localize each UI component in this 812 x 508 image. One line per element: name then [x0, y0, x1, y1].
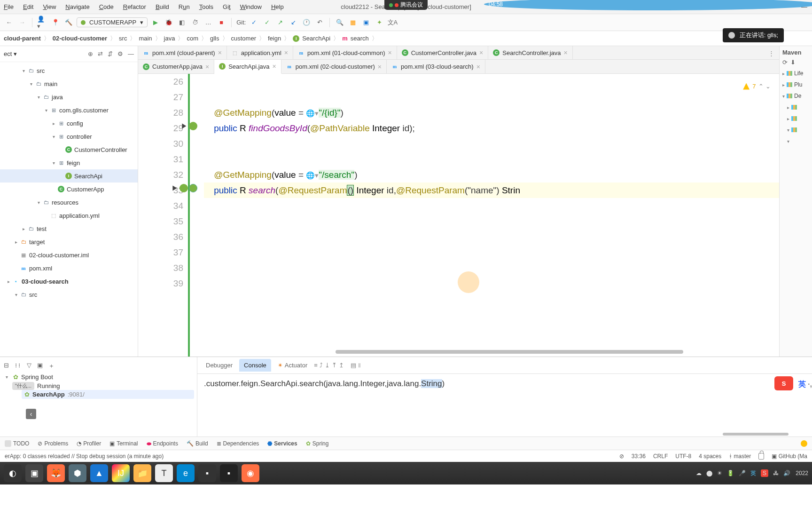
editor-tab[interactable]: mpom.xml (01-cloud-common)× — [293, 46, 397, 59]
bc-item[interactable]: glls — [210, 35, 219, 42]
build-tab[interactable]: 🔨Build — [187, 440, 208, 447]
console-export-icon[interactable]: ↥ — [339, 362, 344, 369]
console-soft-icon[interactable]: ⫴ — [358, 362, 361, 369]
services-tab[interactable]: ⬣Services — [267, 440, 297, 447]
menu-build[interactable]: Build — [156, 3, 169, 10]
line-ending[interactable]: CRLF — [653, 453, 668, 460]
profile-button[interactable]: ⏱ — [190, 17, 200, 28]
terminal-tab[interactable]: ▣Terminal — [109, 440, 138, 447]
hammer-icon[interactable]: 🔨 — [63, 17, 74, 28]
bean-gutter-icon[interactable] — [189, 184, 197, 192]
run-config-selector[interactable]: CUSTOMERAPP ▾ — [77, 17, 148, 27]
no-sync-icon[interactable]: ⊘ — [619, 453, 624, 460]
grid-icon[interactable]: ▦ — [348, 17, 358, 28]
terminal-icon[interactable]: ▪ — [198, 464, 216, 482]
close-icon[interactable]: × — [479, 49, 483, 56]
git-branch[interactable]: ᚼ master — [729, 453, 751, 460]
tray-icons[interactable]: ☁⬤☀🔋🎤英S🖧🔊 — [696, 469, 790, 477]
run-button[interactable]: ▶ — [150, 17, 161, 28]
editor-tab[interactable]: mpom.xml (03-cloud-search)× — [387, 60, 485, 73]
stop-button[interactable]: ■ — [216, 17, 226, 28]
postman-icon[interactable]: ◉ — [242, 464, 259, 482]
endpoints-tab[interactable]: ⬬Endpoints — [147, 440, 178, 447]
search-icon[interactable]: 🔍 — [335, 17, 345, 28]
editor-tab[interactable]: ISearchApi.java× — [214, 60, 281, 74]
tree-item[interactable]: ▾⊞controller — [0, 130, 138, 143]
editor-tab[interactable]: CCustomerApp.java× — [138, 60, 214, 73]
console-tool-icon[interactable]: ≡ — [314, 362, 318, 369]
menu-view[interactable]: View — [43, 3, 56, 10]
profiler-tab[interactable]: ◔Profiler — [77, 440, 101, 447]
tree-item[interactable]: ▾🗀main — [0, 77, 138, 90]
spring-gutter-icon[interactable] — [189, 122, 197, 130]
bc-item[interactable]: com — [187, 35, 198, 42]
pin-icon[interactable]: 📍 — [50, 17, 61, 28]
bc-item[interactable]: 02-cloud-customer — [53, 35, 107, 42]
editor-tab[interactable]: CSearchController.java× — [488, 46, 572, 59]
forward-button[interactable]: → — [17, 17, 27, 28]
console-upload-icon[interactable]: ⤒ — [332, 362, 337, 369]
close-icon[interactable]: × — [218, 49, 222, 56]
bc-item[interactable]: SearchApi — [302, 35, 330, 42]
tree-item[interactable]: ▾⊞com.glls.customer — [0, 103, 138, 117]
bc-item[interactable]: search — [351, 35, 369, 42]
locate-icon[interactable]: ⊕ — [88, 50, 93, 57]
inspection-hint[interactable]: 7 ⌃ ⌄ — [743, 79, 771, 94]
maven-refresh-icon[interactable]: ⟳ — [782, 59, 788, 66]
debugger-tab[interactable]: Debugger — [201, 359, 237, 372]
indent-label[interactable]: 4 spaces — [699, 453, 721, 460]
menu-code[interactable]: Code — [99, 3, 114, 10]
actuator-tab[interactable]: ✴Actuator — [273, 359, 312, 372]
bc-item[interactable]: customer — [231, 35, 256, 42]
tree-item[interactable]: mpom.xml — [0, 262, 138, 275]
json-icon[interactable]: ▣ — [361, 17, 371, 28]
debug-button[interactable]: 🐞 — [164, 17, 174, 28]
code-editor[interactable]: 2627282930313233343536373839 @GetMapping… — [138, 74, 779, 357]
attach-button[interactable]: … — [203, 17, 213, 28]
menu-edit[interactable]: Edit — [23, 3, 33, 10]
files-icon[interactable]: ▣ — [25, 464, 43, 482]
git-history-icon[interactable]: 🕐 — [301, 17, 312, 28]
hide-icon[interactable]: — — [128, 50, 134, 57]
app4-icon[interactable]: ⬢ — [69, 464, 86, 482]
git-pull-icon[interactable]: ↙ — [288, 17, 298, 28]
menu-navigate[interactable]: Navigate — [65, 3, 89, 10]
console-wrap-icon[interactable]: ▤ — [351, 362, 356, 369]
run-gutter-icon[interactable] — [170, 184, 179, 192]
expand-icon[interactable]: ⇄ — [98, 50, 103, 57]
console-down-icon[interactable]: ⤓ — [325, 362, 330, 369]
translate-icon[interactable]: 文A — [387, 17, 398, 28]
editor-tab[interactable]: mpom.xml (cloud-parent)× — [138, 46, 227, 59]
menu-file[interactable]: File — [4, 3, 14, 10]
project-dropdown[interactable]: ect ▾ — [4, 50, 17, 57]
tree-item[interactable]: ▾🗀src — [0, 64, 138, 77]
tree-item[interactable]: ▾🗀src — [0, 288, 138, 301]
folder-icon[interactable]: 📁 — [133, 464, 151, 482]
tree-item[interactable]: ▸▪03-cloud-search — [0, 275, 138, 288]
github-widget[interactable]: ▣ GitHub (Ma — [772, 453, 807, 460]
spring-gutter-icon[interactable] — [180, 184, 188, 192]
tree-item[interactable]: ▾⊞feign — [0, 156, 138, 169]
problems-tab[interactable]: ⊘Problems — [38, 440, 68, 447]
start-icon[interactable]: ◐ — [4, 464, 22, 482]
close-icon[interactable]: × — [388, 49, 391, 56]
lock-icon[interactable] — [758, 453, 764, 460]
menu-tools[interactable]: Tools — [199, 3, 213, 10]
maven-download-icon[interactable]: ⬇ — [790, 59, 796, 66]
close-icon[interactable]: × — [273, 63, 276, 70]
editor-tab[interactable]: mpom.xml (02-cloud-customer)× — [281, 60, 387, 73]
tab-overflow-icon[interactable]: ⋮ — [768, 50, 774, 57]
run-tree-layout-icon[interactable]: ▣ — [37, 362, 43, 370]
console-tab[interactable]: Console — [239, 359, 271, 372]
intellij-icon[interactable]: IJ — [112, 464, 130, 482]
puzzle-icon[interactable]: ✦ — [374, 17, 384, 28]
project-tree[interactable]: ▾🗀src▾🗀main▾🗀java▾⊞com.glls.customer▸⊞co… — [0, 62, 138, 357]
console-up-icon[interactable]: ⤴ — [320, 362, 323, 369]
tree-item[interactable]: ▦02-cloud-customer.iml — [0, 248, 138, 262]
bc-item[interactable]: src — [119, 35, 127, 42]
edge-icon[interactable]: e — [177, 464, 195, 482]
search-app-node[interactable]: ✿ SearchApp :9081/ — [22, 390, 194, 399]
editor-tab[interactable]: ⬚application.yml× — [227, 46, 293, 59]
collapse-arrow-icon[interactable]: ‹ — [26, 409, 36, 419]
close-icon[interactable]: × — [564, 49, 568, 56]
